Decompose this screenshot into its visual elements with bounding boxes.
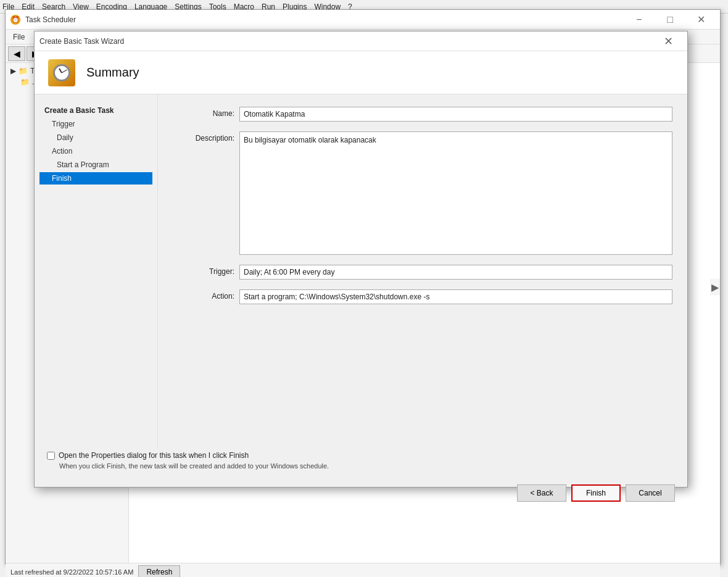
form-description-textarea[interactable] xyxy=(239,131,672,255)
wizard-title: Create Basic Task Wizard xyxy=(39,37,654,46)
ts-statusbar: Last refreshed at 9/22/2022 10:57:16 AM … xyxy=(6,563,720,577)
ts-app-icon: ⏰ xyxy=(10,15,20,25)
form-name-value: Otomatik Kapatma xyxy=(239,107,672,122)
ts-last-refreshed: Last refreshed at 9/22/2022 10:57:16 AM xyxy=(10,568,133,576)
clock-minute-hand xyxy=(62,69,67,73)
wizard-bottom-area: Open the Properties dialog for this task… xyxy=(35,449,687,479)
ts-sidebar-icon: 📁 xyxy=(19,67,28,75)
ts-window-controls: − □ ✕ xyxy=(625,11,715,28)
wizard-button-row: < Back Finish Cancel xyxy=(35,479,687,507)
wizard-checkbox-row: Open the Properties dialog for this task… xyxy=(47,451,675,460)
ts-menu-file[interactable]: File xyxy=(8,31,30,43)
form-action-label: Action: xyxy=(173,289,234,301)
wizard-notice-text: When you click Finish, the new task will… xyxy=(59,462,675,470)
wizard-nav: Create a Basic Task Trigger Daily Action… xyxy=(35,94,158,449)
wizard-dialog: Create Basic Task Wizard ✕ Summary Creat… xyxy=(34,31,688,488)
wizard-form: Name: Otomatik Kapatma Description: Trig… xyxy=(158,94,687,449)
wizard-back-button[interactable]: < Back xyxy=(517,484,566,502)
ts-titlebar: ⏰ Task Scheduler − □ ✕ xyxy=(6,10,720,30)
ts-maximize-button[interactable]: □ xyxy=(656,11,684,28)
ts-title: Task Scheduler xyxy=(25,15,620,24)
ts-sidebar-child-icon: 📁 xyxy=(20,78,30,86)
wizard-header: Summary xyxy=(35,51,687,94)
wizard-nav-trigger[interactable]: Trigger xyxy=(39,118,152,130)
form-description-label: Description: xyxy=(173,131,234,143)
form-trigger-label: Trigger: xyxy=(173,265,234,276)
form-action-row: Action: Start a program; C:\Windows\Syst… xyxy=(173,289,672,304)
form-trigger-row: Trigger: Daily; At 6:00 PM every day xyxy=(173,265,672,280)
wizard-icon-container xyxy=(47,58,77,88)
wizard-finish-button[interactable]: Finish xyxy=(571,484,621,502)
wizard-body: Create a Basic Task Trigger Daily Action… xyxy=(35,94,687,449)
wizard-nav-daily[interactable]: Daily xyxy=(39,131,152,144)
form-description-row: Description: xyxy=(173,131,672,255)
form-action-value: Start a program; C:\Windows\System32\shu… xyxy=(239,289,672,304)
wizard-nav-finish[interactable]: Finish xyxy=(39,172,152,185)
wizard-nav-action[interactable]: Action xyxy=(39,145,152,157)
wizard-nav-create-basic: Create a Basic Task xyxy=(39,104,152,117)
form-name-label: Name: xyxy=(173,107,234,118)
wizard-nav-start-program[interactable]: Start a Program xyxy=(39,159,152,171)
ts-refresh-button[interactable]: Refresh xyxy=(138,565,180,578)
ts-close-button[interactable]: ✕ xyxy=(687,11,715,28)
form-trigger-value: Daily; At 6:00 PM every day xyxy=(239,265,672,280)
wizard-checkbox-label: Open the Properties dialog for this task… xyxy=(59,451,249,460)
ts-back-toolbar-btn[interactable]: ◀ xyxy=(8,46,25,61)
ts-sidebar-expand-icon: ▶ xyxy=(10,67,16,75)
right-scroll-arrow[interactable]: ▶ xyxy=(710,279,720,296)
wizard-titlebar: Create Basic Task Wizard ✕ xyxy=(35,31,687,51)
wizard-heading: Summary xyxy=(86,65,139,80)
ts-minimize-button[interactable]: − xyxy=(625,11,653,28)
wizard-close-button[interactable]: ✕ xyxy=(654,33,682,50)
wizard-cancel-button[interactable]: Cancel xyxy=(626,484,675,502)
wizard-icon-inner xyxy=(48,59,75,86)
wizard-clock-icon xyxy=(53,64,70,81)
form-name-row: Name: Otomatik Kapatma xyxy=(173,107,672,122)
wizard-properties-checkbox[interactable] xyxy=(47,452,55,460)
